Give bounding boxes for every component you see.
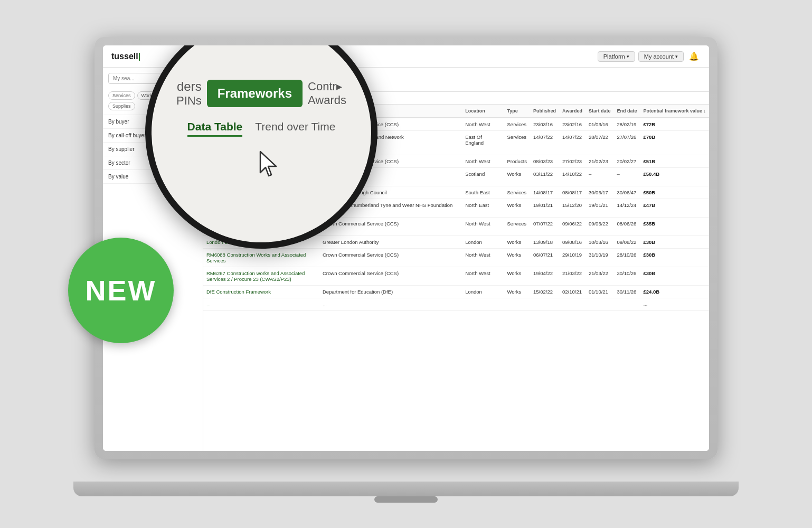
table-cell: South East — [462, 186, 504, 199]
framework-name[interactable]: ... — [203, 298, 319, 311]
table-cell: Works — [504, 199, 531, 218]
table-cell — [504, 298, 531, 311]
table-cell: 07/07/22 — [530, 218, 559, 236]
table-cell: 21/03/22 — [559, 267, 586, 286]
nav-frameworks-button[interactable]: Frameworks — [207, 80, 303, 107]
table-cell: 10/08/16 — [586, 236, 614, 249]
framework-value: £70B — [640, 131, 709, 155]
col-value[interactable]: Potential framework value ↓ — [640, 105, 709, 118]
table-cell: 15/02/22 — [530, 286, 559, 298]
framework-name[interactable]: DfE Construction Framework — [203, 286, 319, 298]
filter-label: By sector — [108, 160, 130, 166]
table-row: DfE Construction FrameworkDepartment for… — [203, 286, 709, 298]
framework-value: £72B — [640, 118, 709, 131]
table-cell: 21/03/22 — [586, 267, 614, 286]
table-cell: 06/07/21 — [530, 249, 559, 267]
framework-value: £35B — [640, 218, 709, 236]
table-cell: 27/07/26 — [613, 131, 640, 155]
chevron-down-icon-2: ▾ — [675, 54, 678, 59]
cursor-icon — [258, 149, 280, 181]
table-cell — [559, 298, 586, 311]
nav-ders[interactable]: ders — [176, 79, 202, 94]
table-cell: Crown Commercial Service (CCS) — [319, 267, 462, 286]
col-end: End date — [613, 105, 640, 118]
table-cell: Greater London Authority — [319, 236, 462, 249]
table-cell: 20/02/27 — [613, 155, 640, 168]
account-button[interactable]: My account ▾ — [638, 51, 684, 62]
framework-name[interactable]: RM6267 Construction works and Associated… — [203, 267, 319, 286]
frameworks-label: Frameworks — [218, 86, 292, 100]
table-cell: Works — [504, 249, 531, 267]
logo: tussell| — [111, 52, 140, 61]
magnify-nav: ders PINs Frameworks Contr▸ Awards — [176, 79, 346, 108]
table-cell: 30/10/26 — [613, 267, 640, 286]
table-cell: North East — [462, 199, 504, 218]
col-awarded: Awarded — [559, 105, 586, 118]
framework-value: ... — [640, 298, 709, 311]
subtab-trend[interactable]: Trend over Time — [255, 120, 335, 137]
table-cell: 09/06/22 — [586, 218, 614, 236]
table-cell: – — [613, 168, 640, 186]
filter-label: By buyer — [108, 119, 129, 125]
table-cell: 15/12/20 — [559, 199, 586, 218]
bell-icon[interactable]: 🔔 — [687, 50, 701, 63]
platform-label: Platform — [603, 53, 625, 60]
filter-label: By value — [108, 174, 128, 180]
table-cell: 14/08/17 — [530, 186, 559, 199]
platform-button[interactable]: Platform ▾ — [598, 51, 635, 62]
table-cell: 14/07/22 — [559, 131, 586, 155]
nav-contracts[interactable]: Contr▸ — [308, 80, 346, 93]
account-label: My account — [644, 53, 674, 60]
table-cell: Services — [504, 186, 531, 199]
table-cell: London — [462, 236, 504, 249]
table-cell: North West — [462, 267, 504, 286]
header-right: Platform ▾ My account ▾ 🔔 — [598, 50, 701, 63]
table-cell: 28/02/19 — [613, 118, 640, 131]
table-cell: 03/11/22 — [530, 168, 559, 186]
framework-value: £47B — [640, 199, 709, 218]
table-cell: 28/07/22 — [586, 131, 614, 155]
table-cell: Crown Commercial Service (CCS) — [319, 218, 462, 236]
table-cell: Crown Commercial Service (CCS) — [319, 249, 462, 267]
magnify-nav-right: Contr▸ Awards — [308, 80, 346, 107]
table-cell: 21/02/23 — [586, 155, 614, 168]
nav-pins[interactable]: PINs — [176, 94, 202, 108]
subtab-data-table[interactable]: Data Table — [187, 120, 243, 137]
table-cell: Works — [504, 168, 531, 186]
table-cell: 08/06/26 — [613, 218, 640, 236]
filter-services[interactable]: Services — [108, 91, 135, 100]
table-cell: North West — [462, 218, 504, 236]
new-badge-text: NEW — [86, 274, 157, 307]
table-cell: 09/08/22 — [613, 236, 640, 249]
magnify-nav-left: ders PINs — [176, 79, 202, 108]
col-start: Start date — [586, 105, 614, 118]
table-cell: Works — [504, 267, 531, 286]
table-cell: 14/12/24 — [613, 199, 640, 218]
framework-value: £30B — [640, 236, 709, 249]
filter-supplies[interactable]: Supplies — [108, 102, 135, 110]
table-cell: Services — [504, 131, 531, 155]
table-cell: London — [462, 286, 504, 298]
filter-label: By call-off buyer — [108, 133, 146, 138]
table-row: RM6088 Construction Works and Associated… — [203, 249, 709, 267]
col-published: Published — [530, 105, 559, 118]
new-badge: NEW — [68, 238, 174, 343]
table-cell: 14/07/22 — [530, 131, 559, 155]
table-cell: 30/06/47 — [613, 186, 640, 199]
framework-name[interactable]: RM6088 Construction Works and Associated… — [203, 249, 319, 267]
table-cell: East Of England — [462, 131, 504, 155]
table-cell: North West — [462, 118, 504, 131]
table-cell: 01/10/21 — [586, 286, 614, 298]
table-cell: Scotland — [462, 168, 504, 186]
table-cell: 09/08/16 — [559, 236, 586, 249]
table-cell: ... — [319, 298, 462, 311]
table-cell: 02/10/21 — [559, 286, 586, 298]
table-cell: Services — [504, 218, 531, 236]
framework-value: £51B — [640, 155, 709, 168]
nav-awards[interactable]: Awards — [308, 93, 346, 107]
table-cell: 19/01/21 — [530, 199, 559, 218]
table-cell: 19/04/22 — [530, 267, 559, 286]
table-cell: North West — [462, 249, 504, 267]
filter-label: By supplier — [108, 146, 134, 152]
table-cell — [530, 298, 559, 311]
